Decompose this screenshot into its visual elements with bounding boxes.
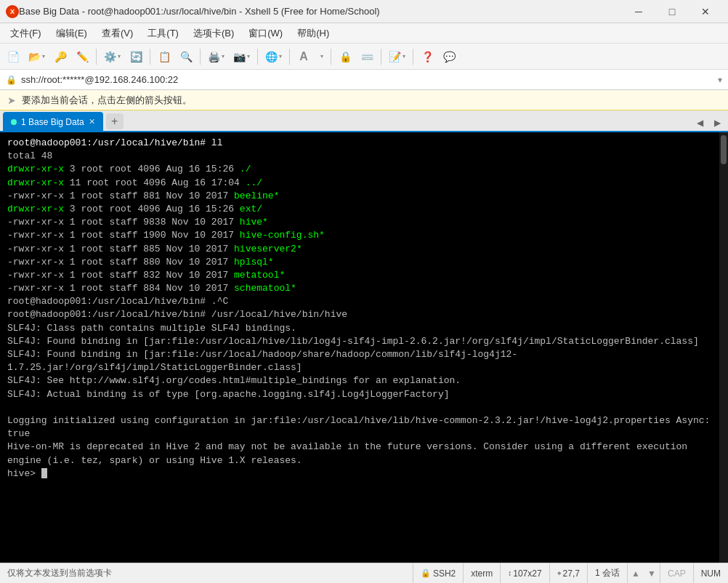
status-cap: CAP	[660, 563, 693, 584]
toolbar-sep-7	[381, 49, 381, 65]
address-text[interactable]: ssh://root:******@192.168.246.100:22	[21, 74, 718, 85]
terminal-line-8: -rwxr-xr-x 1 root staff 1900 Nov 10 2017…	[7, 229, 712, 242]
status-bar: 仅将文本发送到当前选项卡 🔒 SSH2 xterm ↕ 107x27 ⌖ 27,…	[0, 563, 728, 583]
menu-view[interactable]: 查看(V)	[94, 25, 140, 41]
terminal-line-13: root@hadoop001:/usr/local/hive/bin# .^C	[7, 295, 712, 308]
toolbar-properties2[interactable]: ✏️	[72, 47, 92, 67]
tab-label: 1 Base Big Data	[21, 117, 84, 127]
tab-status-dot	[11, 119, 17, 125]
terminal[interactable]: root@hadoop001:/usr/local/hive/bin# ll t…	[0, 132, 719, 563]
toolbar: 📄 📂▾ 🔑 ✏️ ⚙️▾ 🔄 📋 🔍 🖨️▾ 📷▾ 🌐▾ A ▾ 🔒	[0, 44, 728, 70]
status-scroll-arrows: ▲ ▼	[627, 563, 660, 584]
toolbar-keyboard[interactable]: ⌨️	[357, 47, 377, 67]
close-button[interactable]: ✕	[689, 0, 722, 23]
menu-help[interactable]: 帮助(H)	[290, 25, 336, 41]
terminal-line-21: Logging initialized using configuration …	[7, 414, 712, 441]
arrow-icon: ➤	[7, 95, 16, 106]
app-window: X Base Big Data - root@hadoop001:/usr/lo…	[0, 0, 728, 583]
tab-nav-controls: ◀ ▶	[692, 115, 725, 131]
toolbar-sep-3	[200, 49, 201, 65]
status-ssh: 🔒 SSH2	[413, 563, 463, 584]
app-icon: X	[6, 5, 19, 18]
toolbar-sep-5	[289, 49, 290, 65]
terminal-line-14: root@hadoop001:/usr/local/hive/bin# /usr…	[7, 308, 712, 321]
toolbar-globe-dropdown[interactable]: 🌐▾	[262, 49, 286, 65]
tab-bar: 1 Base Big Data ✕ + ◀ ▶	[0, 110, 728, 132]
toolbar-lock[interactable]: 🔒	[335, 47, 355, 67]
terminal-line-18: SLF4J: See http://www.slf4j.org/codes.ht…	[7, 374, 712, 387]
toolbar-find[interactable]: 🔍	[176, 47, 196, 67]
lock-icon: 🔒	[6, 75, 17, 85]
address-dropdown-icon[interactable]: ▾	[718, 75, 722, 85]
terminal-line-6: drwxr-xr-x 3 root root 4096 Aug 16 15:26…	[7, 203, 712, 216]
menu-tabs[interactable]: 选项卡(B)	[186, 25, 241, 41]
toolbar-sep-6	[331, 49, 331, 65]
maximize-button[interactable]: □	[655, 0, 689, 23]
cursor	[41, 468, 47, 478]
status-num: NUM	[693, 563, 728, 584]
tab-list: 1 Base Big Data ✕ +	[3, 112, 692, 131]
title-bar: X Base Big Data - root@hadoop001:/usr/lo…	[0, 0, 728, 23]
menu-tools[interactable]: 工具(T)	[140, 25, 186, 41]
status-sessions: 1 会话	[587, 563, 627, 584]
toolbar-refresh[interactable]: 🔄	[126, 47, 146, 67]
status-size: ↕ 107x27	[500, 563, 549, 584]
toolbar-copy[interactable]: 📋	[154, 47, 174, 67]
title-bar-controls: ─ □ ✕	[622, 0, 722, 23]
tab-base-big-data[interactable]: 1 Base Big Data ✕	[3, 112, 103, 131]
menu-window[interactable]: 窗口(W)	[241, 25, 290, 41]
terminal-line-10: -rwxr-xr-x 1 root staff 880 Nov 10 2017 …	[7, 256, 712, 269]
terminal-line-17: SLF4J: Found binding in [jar:file:/usr/l…	[7, 348, 712, 374]
menu-file[interactable]: 文件(F)	[3, 25, 49, 41]
toolbar-settings-dropdown[interactable]: ⚙️▾	[100, 49, 124, 65]
toolbar-sep-1	[96, 49, 97, 65]
terminal-wrapper: root@hadoop001:/usr/local/hive/bin# ll t…	[0, 132, 728, 563]
toolbar-help[interactable]: ❓	[417, 47, 437, 67]
hint-text: 要添加当前会话，点击左侧的箭头按钮。	[22, 94, 192, 107]
minimize-button[interactable]: ─	[622, 0, 655, 23]
terminal-line-12: -rwxr-xr-x 1 root staff 884 Nov 10 2017 …	[7, 282, 712, 295]
terminal-line-4: drwxr-xr-x 11 root root 4096 Aug 16 17:0…	[7, 177, 712, 190]
terminal-line-7: -rwxr-xr-x 1 root staff 9838 Nov 10 2017…	[7, 216, 712, 229]
terminal-prompt-line: hive>	[7, 467, 712, 481]
terminal-scrollbar[interactable]	[719, 132, 728, 563]
terminal-line-15: SLF4J: Class path contains multiple SLF4…	[7, 322, 712, 335]
scrollbar-thumb[interactable]	[721, 135, 727, 164]
terminal-line-9: -rwxr-xr-x 1 root staff 885 Nov 10 2017 …	[7, 243, 712, 256]
terminal-line-1: root@hadoop001:/usr/local/hive/bin# ll	[7, 137, 712, 150]
toolbar-sep-4	[257, 49, 258, 65]
status-term: xterm	[463, 563, 500, 584]
toolbar-font[interactable]: A	[294, 47, 314, 67]
toolbar-comment[interactable]: 💬	[439, 47, 459, 67]
toolbar-sep-2	[150, 49, 150, 65]
tab-nav-next[interactable]: ▶	[709, 115, 725, 131]
address-bar: 🔒 ssh://root:******@192.168.246.100:22 ▾	[0, 70, 728, 90]
toolbar-open-dropdown[interactable]: 📂▾	[25, 49, 49, 65]
title-bar-text: Base Big Data - root@hadoop001:/usr/loca…	[19, 6, 622, 17]
scroll-down-button[interactable]: ▼	[644, 563, 660, 584]
toolbar-properties[interactable]: 🔑	[50, 47, 70, 67]
toolbar-scripts-dropdown[interactable]: 📝▾	[385, 49, 409, 65]
tab-close-button[interactable]: ✕	[89, 117, 95, 126]
status-hint: 仅将文本发送到当前选项卡	[0, 567, 413, 579]
menu-edit[interactable]: 编辑(E)	[49, 25, 94, 41]
terminal-line-2: total 48	[7, 150, 712, 163]
toolbar-sep-8	[413, 49, 413, 65]
menu-bar: 文件(F) 编辑(E) 查看(V) 工具(T) 选项卡(B) 窗口(W) 帮助(…	[0, 23, 728, 44]
hint-bar: ➤ 要添加当前会话，点击左侧的箭头按钮。	[0, 90, 728, 110]
terminal-line-16: SLF4J: Found binding in [jar:file:/usr/l…	[7, 335, 712, 348]
terminal-line-11: -rwxr-xr-x 1 root staff 832 Nov 10 2017 …	[7, 269, 712, 282]
toolbar-new[interactable]: 📄	[3, 47, 23, 67]
toolbar-capture-dropdown[interactable]: 📷▾	[230, 49, 254, 65]
terminal-line-5: -rwxr-xr-x 1 root staff 881 Nov 10 2017 …	[7, 190, 712, 203]
tab-nav-prev[interactable]: ◀	[692, 115, 708, 131]
scroll-up-button[interactable]: ▲	[628, 563, 644, 584]
status-items: 🔒 SSH2 xterm ↕ 107x27 ⌖ 27,7 1 会话 ▲ ▼ CA…	[413, 563, 728, 584]
add-tab-button[interactable]: +	[106, 113, 124, 129]
toolbar-print-dropdown[interactable]: 🖨️▾	[204, 49, 228, 65]
terminal-line-3: drwxr-xr-x 3 root root 4096 Aug 16 15:26…	[7, 163, 712, 176]
terminal-line-22: Hive-on-MR is deprecated in Hive 2 and m…	[7, 441, 712, 467]
toolbar-font-dropdown[interactable]: ▾	[315, 51, 327, 62]
terminal-line-20	[7, 401, 712, 414]
status-position: ⌖ 27,7	[549, 563, 587, 584]
